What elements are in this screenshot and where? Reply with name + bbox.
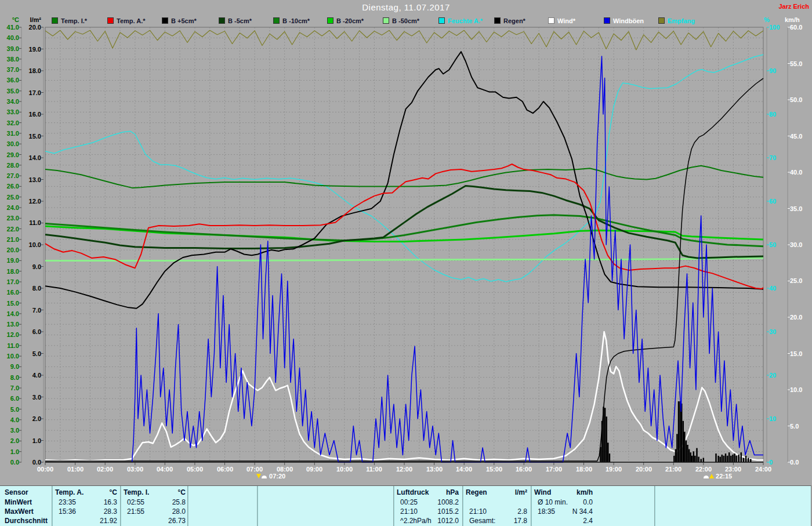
x-tick-label: 15:00 <box>481 466 507 473</box>
legend-item-b+5: B +5cm* <box>162 17 197 26</box>
y-tick-label-temp: 6.0 <box>1 395 19 402</box>
y-tick-label-pct: 10 <box>769 415 786 422</box>
y-axis-unit-humidity: % <box>764 16 770 23</box>
table-cell-value: 1008.2 <box>418 498 459 507</box>
y-tick-label-lm2: 7.0 <box>24 307 41 314</box>
y-tick-label-lm2: 9.0 <box>24 263 41 270</box>
legend-label: B -5cm* <box>228 17 252 24</box>
y-tick-label-temp: 7.0 <box>1 384 19 391</box>
x-tick-label: 01:00 <box>63 466 88 473</box>
y-tick-label-temp: 16.0 <box>1 289 19 296</box>
y-tick-label-temp: 19.0 <box>1 257 19 264</box>
y-tick-label-temp: 28.0 <box>1 162 19 169</box>
table-separator <box>187 486 188 526</box>
axis-ticks-temp <box>19 27 21 462</box>
y-tick-label-kmh: 25.0 <box>790 277 810 284</box>
table-separator <box>257 486 258 526</box>
y-tick-label-lm2: 15.0 <box>24 133 41 140</box>
y-tick-label-temp: 12.0 <box>1 331 19 338</box>
x-tick-label: 22:00 <box>691 466 716 473</box>
table-cell-value: 2.8 <box>487 507 527 516</box>
y-tick-label-temp: 40.0 <box>1 34 19 41</box>
y-tick-label-temp: 27.0 <box>1 172 19 179</box>
y-tick-label-temp: 31.0 <box>1 130 19 137</box>
table-separator <box>120 486 121 526</box>
table-separator <box>462 486 463 526</box>
table-cell-value: 28.0 <box>145 507 186 516</box>
x-tick-label: 03:00 <box>122 466 148 473</box>
legend-label: B -50cm* <box>392 17 419 24</box>
y-tick-label-pct: 70 <box>769 154 786 161</box>
table-cell-value: 1015.2 <box>418 507 459 516</box>
y-tick-label-temp: 5.0 <box>1 406 19 413</box>
y-tick-label-temp: 8.0 <box>1 374 19 381</box>
legend-swatch-icon <box>162 17 168 24</box>
legend-item-boeen: Windböen <box>604 17 644 26</box>
y-tick-label-pct: 40 <box>769 285 786 292</box>
legend-label: Temp. I.* <box>61 17 87 24</box>
legend-swatch-icon <box>273 17 280 24</box>
table-cell-value: 1012.0 <box>418 517 459 525</box>
y-tick-label-temp: 2.0 <box>1 437 19 444</box>
x-tick-label: 14:00 <box>451 466 477 473</box>
y-tick-label-lm2: 0.0 <box>24 459 41 466</box>
y-tick-label-kmh: 20.0 <box>790 314 810 321</box>
series-regensum <box>45 78 763 461</box>
table-cell-value: 17.8 <box>487 517 527 525</box>
legend-item-regen: Regen* <box>494 17 525 26</box>
y-tick-label-lm2: 10.0 <box>24 241 41 248</box>
table-separator <box>393 486 394 526</box>
y-tick-label-temp: 9.0 <box>1 363 19 370</box>
y-tick-label-temp: 18.0 <box>1 268 19 275</box>
legend-item-feuchte: Feuchte A.* <box>438 17 483 26</box>
legend-label: B +5cm* <box>171 17 197 24</box>
y-tick-label-lm2: 14.0 <box>24 154 41 161</box>
x-tick-label: 02:00 <box>92 466 118 473</box>
table-cell-value: 25.8 <box>145 498 186 507</box>
table-cell-value: N 34.4 <box>552 507 593 516</box>
legend-item-b-20: B -20cm* <box>327 17 364 26</box>
legend-item-wind: Wind* <box>548 17 575 26</box>
y-tick-label-temp: 30.0 <box>1 140 19 147</box>
y-tick-label-kmh: 50.0 <box>790 96 810 103</box>
x-tick-label: 21:00 <box>661 466 686 473</box>
y-tick-label-temp: 25.0 <box>1 194 19 201</box>
series-b-5 <box>45 186 763 258</box>
y-tick-label-temp: 36.0 <box>1 77 19 84</box>
legend-swatch-icon <box>327 17 334 24</box>
y-tick-label-temp: 21.0 <box>1 236 19 243</box>
legend-label: B -20cm* <box>336 17 364 24</box>
y-tick-label-kmh: 35.0 <box>790 205 810 212</box>
y-tick-label-lm2: 11.0 <box>24 219 41 226</box>
x-tick-label: 09:00 <box>302 466 327 473</box>
y-tick-label-lm2: 20.0 <box>24 24 41 31</box>
y-tick-label-temp: 17.0 <box>1 278 19 285</box>
y-tick-label-lm2: 13.0 <box>24 176 41 183</box>
y-tick-label-pct: 60 <box>769 198 786 205</box>
legend-swatch-icon <box>494 17 501 24</box>
table-separator <box>531 486 532 526</box>
legend-label: Regen* <box>503 17 525 24</box>
legend-swatch-icon <box>438 17 445 24</box>
legend-swatch-icon <box>52 17 58 24</box>
x-tick-label: 17:00 <box>541 466 567 473</box>
sun-marker: 07:20 <box>256 473 285 482</box>
y-tick-label-temp: 23.0 <box>1 215 19 222</box>
watermark-author: Jarz Erich <box>778 3 809 10</box>
legend-item-b-50: B -50cm* <box>383 17 419 26</box>
y-tick-label-kmh: 60.0 <box>790 24 810 31</box>
y-tick-label-temp: 1.0 <box>1 448 19 455</box>
legend-swatch-icon <box>383 17 389 24</box>
y-tick-label-temp: 13.0 <box>1 321 19 328</box>
table-row-header: MaxWert <box>5 507 51 516</box>
legend-swatch-icon <box>658 17 665 24</box>
legend-item-b-10: B -10cm* <box>273 17 310 26</box>
y-tick-label-pct: 0 <box>769 459 786 466</box>
x-tick-label: 23:00 <box>720 466 746 473</box>
y-tick-label-temp: 33.0 <box>1 108 19 115</box>
legend-label: B -10cm* <box>282 17 310 24</box>
axis-ticks-lm2 <box>41 27 44 462</box>
series-tempA <box>45 164 763 289</box>
table-cell-value: 28.3 <box>77 507 117 516</box>
y-tick-label-temp: 37.0 <box>1 66 19 73</box>
